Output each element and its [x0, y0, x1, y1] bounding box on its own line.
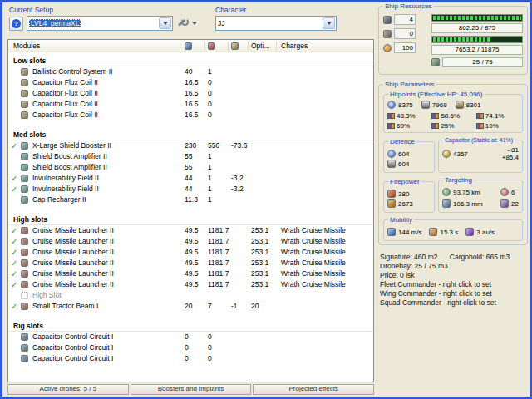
projected-effects-panel[interactable]: Projected effects: [253, 384, 374, 395]
powergrid-column-icon[interactable]: [208, 42, 215, 50]
setup-combobox-arrow-icon[interactable]: [159, 17, 171, 29]
module-name: Capacitor Flux Coil II: [32, 77, 98, 88]
targeting-title: Targeting: [443, 176, 474, 184]
shield-hp-icon: [387, 101, 396, 109]
module-row[interactable]: Capacitor Flux Coil II16.50: [8, 88, 373, 99]
module-row[interactable]: ✓Invulnerability Field II441-3.2: [8, 173, 373, 184]
module-row[interactable]: Capacitor Flux Coil II16.50: [8, 77, 373, 88]
wing-commander-line[interactable]: Wing Commander - right click to set: [380, 289, 528, 298]
section-header: Low slots: [8, 55, 373, 66]
resist-bar-icon: [431, 113, 439, 119]
ship-info-block: Signature: 460 m2 Cargohold: 665 m3 Dron…: [378, 253, 528, 308]
dronebay-info-value: Dronebay: 25 / 75 m3: [380, 262, 528, 271]
module-row[interactable]: ✓Small Tractor Beam I207-120: [8, 301, 373, 312]
resist-bar-icon: [476, 113, 484, 119]
targeting-group: Targeting 93.75 km 6 106.3 mm: [438, 180, 523, 213]
active-check-icon[interactable]: ✓: [11, 236, 19, 247]
help-button[interactable]: ?: [9, 17, 23, 31]
launcher-hardpoints-icon: [383, 30, 392, 38]
hull-hp-value: 8301: [466, 101, 481, 109]
targeting-range-icon: [442, 188, 451, 196]
module-cpu-value: 0: [185, 332, 189, 342]
boosters-implants-panel[interactable]: Boosters and Implants: [131, 384, 252, 395]
module-cpu-value: 49.5: [185, 236, 199, 247]
module-row[interactable]: Capacitor Control Circuit I00: [8, 332, 373, 342]
squad-commander-line[interactable]: Squad Commander - right click to set: [380, 298, 528, 308]
module-cpu-value: 16.5: [185, 99, 199, 110]
current-setup-label: Current Setup: [9, 6, 212, 14]
active-check-icon[interactable]: ✓: [11, 173, 19, 184]
module-icon: [21, 249, 28, 256]
capacitor-group: Capacitor (Stable at: 41%) 4357 - 81 +85…: [438, 140, 523, 173]
module-row[interactable]: Capacitor Flux Coil II16.50: [8, 110, 373, 121]
active-check-icon[interactable]: ✓: [11, 184, 19, 195]
resist-value: 10%: [485, 122, 499, 130]
capacitor-column-icon[interactable]: [231, 42, 239, 50]
character-combobox[interactable]: JJ: [215, 16, 337, 31]
module-row[interactable]: ✓Cruise Missile Launcher II49.51181.7253…: [8, 236, 373, 247]
module-powergrid-value: 1: [208, 66, 212, 77]
module-row[interactable]: Capacitor Flux Coil II16.50: [8, 99, 373, 110]
module-row[interactable]: ✓Cruise Missile Launcher II49.51181.7253…: [8, 225, 373, 236]
character-combobox-arrow-icon[interactable]: [323, 17, 335, 29]
launcher-hardpoints-value: 0: [394, 28, 416, 39]
module-row[interactable]: High Slot: [8, 290, 373, 301]
modules-title[interactable]: Modules: [13, 42, 40, 50]
module-row[interactable]: Shield Boost Amplifier II551: [8, 151, 373, 162]
active-check-icon[interactable]: ✓: [11, 140, 19, 151]
max-velocity-icon: [387, 228, 396, 236]
optimal-column-header[interactable]: Opti...: [251, 42, 270, 50]
armor-hp-icon: [421, 101, 430, 109]
active-check-icon[interactable]: ✓: [11, 258, 19, 268]
module-icon: [21, 333, 28, 341]
cpu-column-icon[interactable]: [185, 42, 192, 50]
scan-resolution-value: 106.3 mm: [453, 200, 483, 208]
module-cpu-value: 49.5: [185, 225, 199, 236]
active-check-icon[interactable]: ✓: [11, 279, 19, 290]
module-row[interactable]: Capacitor Control Circuit I00: [8, 353, 373, 364]
charges-column-header[interactable]: Charges: [281, 42, 308, 50]
module-row[interactable]: ✓Invulnerability Field II441-3.2: [8, 184, 373, 195]
module-icon: [21, 303, 28, 310]
active-check-icon[interactable]: ✓: [11, 225, 19, 236]
fitting-tool-window: Current Setup ? LVL4_permaXL Character J…: [0, 0, 532, 399]
tools-button[interactable]: [176, 16, 200, 31]
setup-combobox[interactable]: LVL4_permaXL: [27, 16, 173, 31]
module-row[interactable]: ✓Cruise Missile Launcher II49.51181.7253…: [8, 258, 373, 268]
firepower-title: Firepower: [388, 178, 421, 185]
max-targets-icon: [500, 188, 509, 196]
module-powergrid-value: 1181.7: [208, 247, 229, 258]
module-name: Cap Recharger II: [32, 195, 86, 205]
module-row[interactable]: ✓Cruise Missile Launcher II49.51181.7253…: [8, 247, 373, 258]
module-name: Capacitor Control Circuit I: [32, 353, 113, 364]
shield-defence-icon: [387, 150, 396, 158]
module-cpu-value: 16.5: [185, 110, 199, 121]
module-icon: [21, 164, 28, 171]
signature-value: Signature: 460 m2: [380, 253, 437, 261]
module-row[interactable]: Ballistic Control System II401: [8, 66, 373, 77]
module-icon: [21, 292, 28, 299]
module-row[interactable]: Cap Recharger II11.31: [8, 195, 373, 205]
resist-value: 69%: [397, 122, 410, 130]
module-cap-use-value: -3.2: [231, 184, 244, 195]
module-row[interactable]: ✓Cruise Missile Launcher II49.51181.7253…: [8, 279, 373, 290]
active-check-icon[interactable]: ✓: [11, 268, 19, 279]
turret-hardpoints-value: 4: [394, 14, 416, 25]
hull-hp-icon: [456, 101, 464, 109]
module-row[interactable]: ✓Cruise Missile Launcher II49.51181.7253…: [8, 268, 373, 279]
modules-column-header: Modules Opti... Charges: [8, 40, 373, 52]
active-check-icon[interactable]: ✓: [11, 301, 19, 312]
targeting-range-value: 93.75 km: [453, 189, 480, 196]
module-row[interactable]: Shield Boost Amplifier II551: [8, 162, 373, 173]
fleet-commander-line[interactable]: Fleet Commander - right click to set: [380, 280, 528, 289]
module-name: Cruise Missile Launcher II: [32, 225, 114, 236]
module-name: Capacitor Flux Coil II: [32, 88, 98, 99]
module-row[interactable]: Capacitor Control Circuit I00: [8, 342, 373, 353]
active-drones-panel[interactable]: Active drones: 5 / 5: [7, 384, 129, 395]
active-check-icon[interactable]: ✓: [11, 247, 19, 258]
module-cpu-value: 55: [185, 162, 192, 173]
warp-speed-value: 3 au/s: [476, 229, 495, 236]
wrench-icon: [179, 18, 189, 28]
module-row[interactable]: ✓X-Large Shield Booster II230550-73.6: [8, 140, 373, 151]
module-name: Small Tractor Beam I: [32, 301, 98, 312]
